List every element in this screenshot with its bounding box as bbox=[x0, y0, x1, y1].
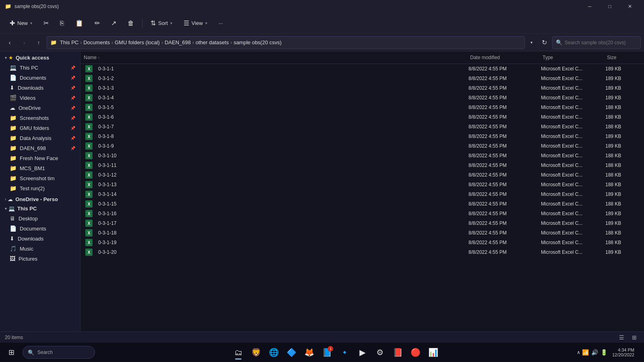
table-row[interactable]: X 0-3-1-15 8/8/2022 4:55 PM Microsoft Ex… bbox=[82, 199, 642, 209]
sidebar-item-onedrive[interactable]: ☁ OneDrive 📌 bbox=[2, 103, 78, 113]
sidebar-item-music[interactable]: 🎵 Music bbox=[2, 244, 78, 253]
table-row[interactable]: X 0-3-1-10 8/8/2022 4:55 PM Microsoft Ex… bbox=[82, 151, 642, 160]
col-header-date[interactable]: Date modified bbox=[467, 53, 539, 62]
sidebar-item-videos[interactable]: 🎬 Videos 📌 bbox=[2, 93, 78, 103]
table-row[interactable]: X 0-3-1-12 8/8/2022 4:55 PM Microsoft Ex… bbox=[82, 170, 642, 180]
table-row[interactable]: X 0-3-1-8 8/8/2022 4:55 PM Microsoft Exc… bbox=[82, 132, 642, 141]
this-pc-section-header[interactable]: ▾ 💻 This PC bbox=[2, 204, 78, 213]
taskbar-search[interactable]: 🔍 Search bbox=[23, 346, 95, 359]
taskbar-app-brave[interactable]: 🦁 bbox=[248, 344, 264, 360]
table-row[interactable]: X 0-3-1-4 8/8/2022 4:55 PM Microsoft Exc… bbox=[82, 93, 642, 103]
back-button[interactable]: ‹ bbox=[3, 36, 16, 49]
search-input[interactable] bbox=[565, 40, 637, 45]
quick-access-header[interactable]: ▾ ★ Quick access bbox=[2, 53, 78, 62]
list-view-button[interactable]: ☰ bbox=[617, 333, 626, 341]
taskbar-app-media[interactable]: ▶ bbox=[354, 344, 370, 360]
sidebar-item-this-pc[interactable]: 💻 This PC 📌 bbox=[2, 63, 78, 72]
table-row[interactable]: X 0-3-1-18 8/8/2022 4:55 PM Microsoft Ex… bbox=[82, 228, 642, 238]
path-segment-daen[interactable]: DAEN_698 bbox=[165, 39, 191, 45]
path-segment-current[interactable]: sample obs(20 csvs) bbox=[233, 39, 281, 45]
taskbar-app-acrobat[interactable]: 📕 bbox=[390, 344, 406, 360]
file-name: 0-3-1-11 bbox=[95, 162, 120, 168]
share-button[interactable]: ↗ bbox=[106, 16, 121, 31]
sidebar-item-data-analysis[interactable]: 📁 Data Analysis 📌 bbox=[2, 133, 78, 143]
col-header-type[interactable]: Type bbox=[539, 53, 604, 62]
table-row[interactable]: X 0-3-1-1 8/8/2022 4:55 PM Microsoft Exc… bbox=[82, 64, 642, 74]
excel-icon: X bbox=[85, 162, 93, 169]
sidebar-item-downloads-pc[interactable]: ⬇ Downloads bbox=[2, 234, 78, 243]
taskbar-app-settings[interactable]: ⚙ bbox=[372, 344, 388, 360]
table-row[interactable]: X 0-3-1-17 8/8/2022 4:55 PM Microsoft Ex… bbox=[82, 218, 642, 228]
taskbar-app-unknown[interactable]: 🔹 bbox=[336, 344, 353, 360]
file-date: 8/8/2022 4:55 PM bbox=[465, 114, 538, 120]
table-row[interactable]: X 0-3-1-13 8/8/2022 4:55 PM Microsoft Ex… bbox=[82, 180, 642, 189]
delete-button[interactable]: 🗑 bbox=[123, 16, 139, 31]
copy-button[interactable]: ⎘ bbox=[55, 16, 69, 31]
sort-button[interactable]: ⇅ Sort ▾ bbox=[146, 16, 177, 31]
battery-icon[interactable]: 🔋 bbox=[601, 349, 607, 356]
address-path[interactable]: 📁 This PC › Documents › GMU folders (loc… bbox=[47, 36, 525, 49]
table-row[interactable]: X 0-3-1-16 8/8/2022 4:55 PM Microsoft Ex… bbox=[82, 209, 642, 218]
sidebar-item-downloads-qa[interactable]: ⬇ Downloads 📌 bbox=[2, 83, 78, 93]
paste-button[interactable]: 📋 bbox=[70, 16, 88, 31]
sidebar-item-downloads-pc-label: Downloads bbox=[18, 236, 43, 242]
taskbar-app-r[interactable]: 🔴 bbox=[407, 344, 423, 360]
sidebar-item-screenshots[interactable]: 📁 Screenshots 📌 bbox=[2, 113, 78, 123]
forward-button[interactable]: › bbox=[18, 36, 31, 49]
sidebar-item-fresh-new-face[interactable]: 📁 Fresh New Face bbox=[2, 153, 78, 163]
cut-button[interactable]: ✂ bbox=[39, 16, 54, 31]
col-header-size[interactable]: Size bbox=[604, 53, 644, 62]
table-row[interactable]: X 0-3-1-11 8/8/2022 4:55 PM Microsoft Ex… bbox=[82, 160, 642, 170]
path-separator-5: › bbox=[230, 40, 232, 45]
up-button[interactable]: ↑ bbox=[32, 36, 45, 49]
system-tray-expand-icon[interactable]: ∧ bbox=[577, 350, 580, 355]
more-button[interactable]: ··· bbox=[214, 16, 228, 31]
network-icon[interactable]: 📶 bbox=[582, 349, 589, 356]
sidebar-item-pictures[interactable]: 🖼 Pictures bbox=[2, 254, 78, 263]
sidebar-item-screenshot-tim[interactable]: 📁 Screenshot tim bbox=[2, 173, 78, 183]
path-segment-documents[interactable]: Documents bbox=[83, 39, 110, 45]
grid-view-button[interactable]: ⊞ bbox=[630, 333, 639, 341]
taskbar-app-edge[interactable]: 🔷 bbox=[283, 344, 299, 360]
path-segment-gmu[interactable]: GMU folders (local) bbox=[115, 39, 160, 45]
table-row[interactable]: X 0-3-1-20 8/8/2022 4:55 PM Microsoft Ex… bbox=[82, 247, 642, 257]
table-row[interactable]: X 0-3-1-14 8/8/2022 4:55 PM Microsoft Ex… bbox=[82, 189, 642, 199]
address-dropdown-button[interactable]: ▾ bbox=[526, 36, 536, 49]
table-row[interactable]: X 0-3-1-2 8/8/2022 4:55 PM Microsoft Exc… bbox=[82, 74, 642, 83]
close-button[interactable]: ✕ bbox=[621, 0, 639, 13]
start-button[interactable]: ⊞ bbox=[3, 344, 19, 360]
new-button[interactable]: ✚ New ▾ bbox=[5, 16, 37, 31]
sound-icon[interactable]: 🔊 bbox=[591, 349, 598, 356]
onedrive-section-header[interactable]: › ☁ OneDrive - Perso bbox=[2, 195, 78, 204]
path-segment-this-pc[interactable]: This PC bbox=[60, 39, 78, 45]
taskbar-app-firefox[interactable]: 🦊 bbox=[301, 344, 317, 360]
table-row[interactable]: X 0-3-1-9 8/8/2022 4:55 PM Microsoft Exc… bbox=[82, 141, 642, 151]
view-button[interactable]: ☰ View ▾ bbox=[179, 16, 212, 31]
taskbar-app-extra[interactable]: 📊 bbox=[425, 344, 441, 360]
new-icon: ✚ bbox=[10, 20, 15, 27]
table-row[interactable]: X 0-3-1-6 8/8/2022 4:55 PM Microsoft Exc… bbox=[82, 112, 642, 122]
path-segment-other[interactable]: other datasets bbox=[196, 39, 229, 45]
sidebar-item-mcs-bm1[interactable]: 📁 MCS_BM1 bbox=[2, 163, 78, 173]
maximize-button[interactable]: □ bbox=[601, 0, 619, 13]
table-row[interactable]: X 0-3-1-3 8/8/2022 4:55 PM Microsoft Exc… bbox=[82, 83, 642, 93]
taskbar-app-file-explorer[interactable]: 🗂 bbox=[230, 344, 246, 360]
col-header-name[interactable]: Name ↑ bbox=[80, 53, 467, 62]
sidebar-item-test-run[interactable]: 📁 Test run(2) bbox=[2, 183, 78, 193]
table-row[interactable]: X 0-3-1-5 8/8/2022 4:55 PM Microsoft Exc… bbox=[82, 103, 642, 112]
taskbar-app-chrome[interactable]: 🌐 bbox=[266, 344, 282, 360]
sidebar-item-documents-pc[interactable]: 📄 Documents bbox=[2, 224, 78, 233]
search-box[interactable]: 🔍 bbox=[552, 36, 641, 49]
sidebar-item-desktop[interactable]: 🖥 Desktop bbox=[2, 214, 78, 223]
sidebar-item-documents[interactable]: 📄 Documents 📌 bbox=[2, 73, 78, 82]
taskbar-app-word[interactable]: 📘 1 bbox=[319, 344, 335, 360]
minimize-button[interactable]: ─ bbox=[580, 0, 599, 13]
sidebar-item-daen698[interactable]: 📁 DAEN_698 📌 bbox=[2, 143, 78, 153]
rename-button[interactable]: ✏ bbox=[90, 16, 105, 31]
file-type: Microsoft Excel C... bbox=[538, 182, 602, 187]
sidebar-item-gmu-folders[interactable]: 📁 GMU folders 📌 bbox=[2, 123, 78, 133]
table-row[interactable]: X 0-3-1-7 8/8/2022 4:55 PM Microsoft Exc… bbox=[82, 122, 642, 132]
table-row[interactable]: X 0-3-1-19 8/8/2022 4:55 PM Microsoft Ex… bbox=[82, 238, 642, 247]
refresh-button[interactable]: ↻ bbox=[538, 36, 551, 49]
clock[interactable]: 4:34 PM 12/20/2022 bbox=[609, 346, 638, 359]
